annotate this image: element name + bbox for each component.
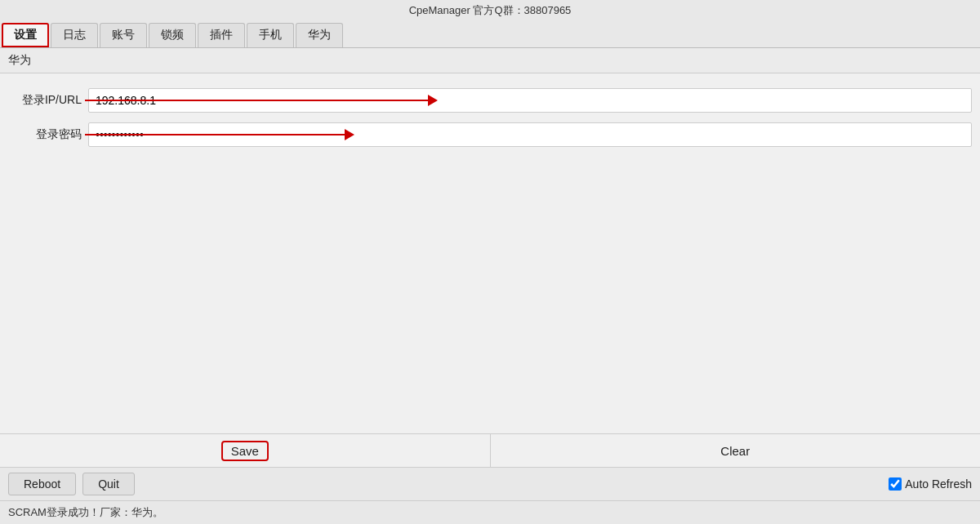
reboot-button[interactable]: Reboot: [8, 473, 76, 495]
ip-input[interactable]: [88, 88, 972, 113]
tab-bar: 设置 日志 账号 锁频 插件 手机 华为: [0, 21, 980, 48]
title-bar: CpeManager 官方Q群：38807965: [0, 0, 980, 21]
app-title: CpeManager 官方Q群：38807965: [409, 4, 572, 16]
tab-huawei[interactable]: 华为: [296, 23, 343, 47]
ip-label: 登录IP/URL: [8, 93, 82, 108]
password-label: 登录密码: [8, 127, 82, 142]
password-input[interactable]: [88, 122, 972, 147]
ip-field-row: 登录IP/URL: [8, 88, 972, 113]
status-bar: SCRAM登录成功！厂家：华为。: [0, 500, 980, 524]
auto-refresh-container: Auto Refresh: [889, 477, 972, 491]
tab-account[interactable]: 账号: [100, 23, 147, 47]
section-label: 华为: [0, 48, 980, 73]
content-spacer: [8, 157, 972, 425]
auto-refresh-checkbox[interactable]: [889, 477, 902, 491]
tab-settings[interactable]: 设置: [2, 23, 49, 47]
password-field-row: 登录密码: [8, 122, 972, 147]
tab-phone[interactable]: 手机: [247, 23, 294, 47]
tab-lockfreq[interactable]: 锁频: [149, 23, 196, 47]
bottom-bar: Reboot Quit Auto Refresh: [0, 467, 980, 500]
tab-plugin[interactable]: 插件: [198, 23, 245, 47]
clear-button[interactable]: Clear: [491, 434, 981, 467]
save-label: Save: [221, 441, 269, 461]
tab-log[interactable]: 日志: [51, 23, 98, 47]
main-content: 登录IP/URL 登录密码: [0, 73, 980, 433]
bottom-buttons: Save Clear: [0, 433, 980, 467]
auto-refresh-label[interactable]: Auto Refresh: [905, 477, 972, 491]
save-button[interactable]: Save: [0, 434, 491, 467]
quit-button[interactable]: Quit: [82, 473, 135, 495]
